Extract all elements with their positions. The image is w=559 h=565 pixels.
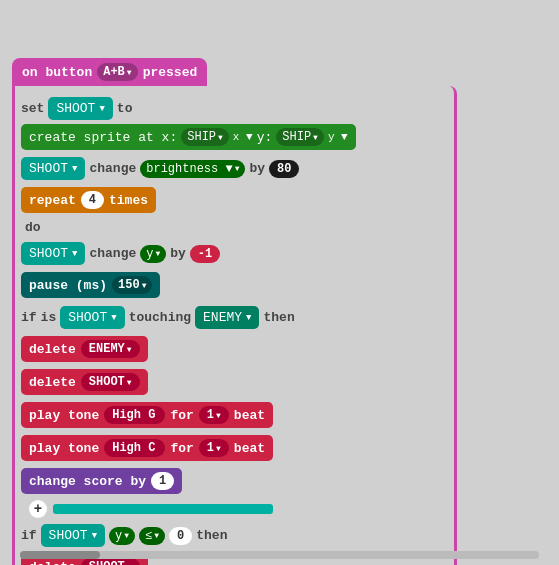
to-label: to [117,101,133,116]
score-value[interactable]: 1 [151,472,174,490]
do-label: do [25,220,41,235]
play-tone-1-block[interactable]: play tone High G for 1 ▼ beat [21,402,273,428]
play-tone-1-row: play tone High G for 1 ▼ beat [21,400,448,430]
pause-value-dropdown[interactable]: 150 [112,276,152,294]
by-label: by [249,161,265,176]
shoot-dropdown-del2[interactable]: SHOOT ▼ [81,558,140,565]
pause-block[interactable]: pause (ms) 150 [21,272,160,298]
repeat-block-row: repeat 4 times [21,185,448,215]
if-label: if [21,310,37,325]
shoot-var-1[interactable]: SHOOT ▼ [48,97,112,120]
change-score-row: change score by 1 [21,466,448,496]
high-g-dropdown[interactable]: High G [104,406,165,424]
button-dropdown[interactable]: A+B [97,63,137,81]
beats-2-dropdown[interactable]: 1 ▼ [199,439,229,457]
shoot-var-4[interactable]: SHOOT ▼ [60,306,124,329]
ship-x-dropdown[interactable]: SHIP [181,128,229,146]
set-label: set [21,101,44,116]
delete-shoot-block[interactable]: delete SHOOT ▼ [21,369,148,395]
y-if2-dropdown[interactable]: y [109,527,135,545]
change-score-block[interactable]: change score by 1 [21,468,182,494]
brightness-value[interactable]: 80 [269,160,299,178]
connector-bar-1 [53,504,273,514]
change-label-2: change [89,246,136,261]
set-block-row: set SHOOT ▼ to create sprite at x: SHIP … [21,95,448,152]
y-value[interactable]: -1 [190,245,220,263]
scrollbar-thumb[interactable] [20,551,100,559]
delete-enemy-block[interactable]: delete ENEMY ▼ [21,336,148,362]
zero-value[interactable]: 0 [169,527,192,545]
brightness-dropdown[interactable]: brightness ▼ [140,160,245,178]
change-label: change [89,161,136,176]
repeat-value[interactable]: 4 [81,191,104,209]
hat-block[interactable]: on button A+B pressed [12,58,207,86]
create-sprite-block[interactable]: create sprite at x: SHIP x ▼ y: SHIP y ▼ [21,124,356,150]
do-row: do [21,218,448,237]
workspace: on button A+B pressed set SHOOT ▼ to cre… [0,0,559,565]
play-tone-2-row: play tone High C for 1 ▼ beat [21,433,448,463]
if2-row: if SHOOT ▼ y ≤ ▼ 0 then [21,522,448,549]
shoot-var-5[interactable]: SHOOT ▼ [41,524,105,547]
if2-label: if [21,528,37,543]
enemy-block[interactable]: ENEMY ▼ [195,306,259,329]
beats-1-dropdown[interactable]: 1 ▼ [199,406,229,424]
shoot-var-3[interactable]: SHOOT ▼ [21,242,85,265]
plus-row-1: + [29,500,448,518]
enemy-dropdown-2[interactable]: ENEMY ▼ [81,340,140,358]
then-label: then [263,310,294,325]
lte-dropdown[interactable]: ≤ ▼ [139,527,165,545]
delete-enemy-row: delete ENEMY ▼ [21,334,448,364]
high-c-dropdown[interactable]: High C [104,439,165,457]
repeat-block[interactable]: repeat 4 times [21,187,156,213]
scrollbar-track [20,551,539,559]
touching-label: touching [129,310,191,325]
brightness-block-row: SHOOT ▼ change brightness ▼ by 80 [21,155,448,182]
on-button-label: on button [22,65,92,80]
shoot-dropdown-del[interactable]: SHOOT ▼ [81,373,140,391]
delete-shoot-row: delete SHOOT ▼ [21,367,448,397]
is-label: is [41,310,57,325]
pause-row: pause (ms) 150 [21,270,448,300]
ship-y-dropdown[interactable]: SHIP [276,128,324,146]
by-label-2: by [170,246,186,261]
y-dropdown[interactable]: y [140,245,166,263]
then2-label: then [196,528,227,543]
if-row: if is SHOOT ▼ touching ENEMY ▼ then [21,304,448,331]
shoot-var-2[interactable]: SHOOT ▼ [21,157,85,180]
play-tone-2-block[interactable]: play tone High C for 1 ▼ beat [21,435,273,461]
plus-button-1[interactable]: + [29,500,47,518]
pressed-label: pressed [143,65,198,80]
change-y-row: SHOOT ▼ change y by -1 [21,240,448,267]
